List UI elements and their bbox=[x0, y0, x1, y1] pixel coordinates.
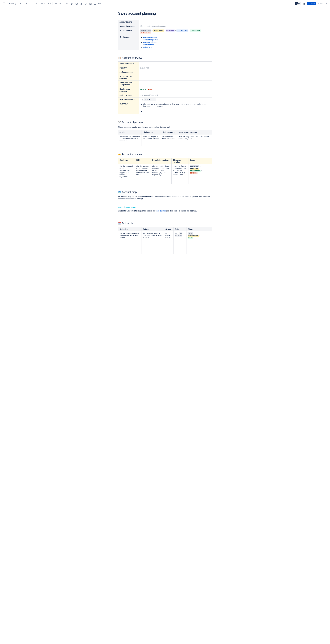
overview-row-value[interactable] bbox=[139, 81, 212, 87]
text-color-button[interactable]: A ▾ bbox=[48, 2, 51, 6]
objectives-cell[interactable]: What challenges is the account facing? bbox=[142, 134, 160, 146]
action-item-button[interactable] bbox=[65, 2, 69, 6]
page-body[interactable]: Sales account planning Account name Acco… bbox=[116, 7, 214, 267]
toc-link[interactable]: Action plan bbox=[143, 46, 152, 48]
action-cell[interactable] bbox=[187, 249, 212, 254]
meta-row-value[interactable]: PROSPECTING / NEGOTIATION / PROPOSAL / Q… bbox=[139, 28, 212, 35]
overview-row-value[interactable]: e.g., Jan 28, 2020 bbox=[139, 98, 212, 102]
overview-row-value[interactable] bbox=[139, 70, 212, 74]
solutions-cell[interactable]: List some objections your client may com… bbox=[151, 164, 172, 179]
user-avatar[interactable]: CK bbox=[295, 2, 298, 6]
emoji-button[interactable] bbox=[84, 2, 88, 6]
action-cell[interactable] bbox=[187, 240, 212, 245]
status-lozenge[interactable]: CLOSED WON bbox=[190, 30, 201, 32]
status-lozenge[interactable]: DONE bbox=[188, 237, 193, 239]
solutions-cell[interactable] bbox=[151, 179, 172, 184]
action-cell[interactable] bbox=[142, 240, 164, 245]
section-heading-objectives[interactable]: 💬 Account objectives bbox=[118, 121, 212, 124]
action-cell[interactable] bbox=[164, 249, 174, 254]
overview-row-value[interactable] bbox=[139, 74, 212, 81]
overview-row-value[interactable]: List anything to keep top of mind while … bbox=[139, 102, 212, 114]
action-cell[interactable] bbox=[164, 245, 174, 249]
meta-row-value[interactable]: @ mention the account manager bbox=[139, 24, 212, 28]
bullet-list-button[interactable] bbox=[54, 2, 58, 6]
solutions-cell[interactable]: List some follow up talking points to po… bbox=[172, 164, 188, 179]
overview-bullet[interactable]: List anything to keep top of mind while … bbox=[143, 103, 210, 107]
overview-row-value[interactable]: e.g., Annual / Quarterly bbox=[139, 93, 212, 98]
solutions-status-cell[interactable]: PRESENTED / REVIEWING / IN PROGRESS / DE… bbox=[188, 164, 212, 179]
action-cell[interactable] bbox=[164, 240, 174, 245]
action-cell[interactable]: @ Owner name bbox=[164, 231, 174, 240]
restrictions-button[interactable] bbox=[302, 2, 306, 6]
toc-link[interactable]: Account solutions bbox=[143, 41, 157, 43]
section-heading-map[interactable]: 🗺️ Account map bbox=[118, 190, 212, 194]
solutions-cell[interactable] bbox=[135, 179, 151, 184]
italic-button[interactable]: I bbox=[29, 2, 33, 6]
objectives-cell[interactable]: How will they measure success at the end… bbox=[177, 134, 212, 146]
status-lozenge[interactable]: IN PROGRESS bbox=[188, 235, 199, 237]
svg-text:3: 3 bbox=[60, 4, 60, 4]
status-lozenge[interactable]: PRESENTED bbox=[190, 166, 199, 168]
map-desc[interactable]: An account map is a visualization of the… bbox=[118, 196, 212, 200]
overview-row-value[interactable] bbox=[139, 62, 212, 66]
solutions-cell[interactable]: List the potential products or services … bbox=[118, 164, 135, 179]
publish-button[interactable]: Publish bbox=[307, 2, 316, 6]
table-button[interactable] bbox=[88, 2, 93, 6]
solutions-cell[interactable] bbox=[118, 179, 135, 184]
action-cell[interactable] bbox=[142, 249, 164, 254]
status-lozenge[interactable]: CLOSED LOST bbox=[140, 32, 151, 34]
page-title[interactable]: Sales account planning bbox=[118, 11, 212, 16]
overview-row-value[interactable]: STRONG / WEAK bbox=[139, 87, 212, 93]
status-lozenge[interactable]: TO DO bbox=[188, 232, 193, 234]
action-cell[interactable] bbox=[118, 249, 142, 254]
status-lozenge[interactable]: NEGOTIATION bbox=[153, 30, 164, 32]
bold-button[interactable]: B bbox=[25, 2, 29, 6]
more-formatting-button[interactable]: ⋯ bbox=[34, 2, 38, 6]
action-cell[interactable] bbox=[173, 249, 187, 254]
action-cell[interactable]: e.g., Present demo of product to interna… bbox=[142, 231, 164, 240]
marketplace-link[interactable]: Marketplace bbox=[156, 210, 166, 212]
action-status-cell[interactable]: TO DO / IN PROGRESS / DONE bbox=[187, 231, 212, 240]
layouts-button[interactable] bbox=[93, 2, 97, 6]
action-cell[interactable] bbox=[142, 245, 164, 249]
status-lozenge[interactable]: DECLINED bbox=[190, 172, 198, 174]
overview-row-value[interactable]: e.g., Retail bbox=[139, 66, 212, 70]
section-heading-overview[interactable]: 📋 Account overview bbox=[118, 56, 212, 60]
action-cell[interactable]: List the objectives of the account and a… bbox=[118, 231, 142, 249]
objectives-cell[interactable]: What solutions have they tried? bbox=[160, 134, 177, 146]
insert-button[interactable]: + ▾ bbox=[98, 2, 101, 6]
numbered-list-button[interactable]: 123 bbox=[58, 2, 63, 6]
align-button[interactable]: ▾ bbox=[41, 2, 45, 6]
text-style-select[interactable]: Heading 2 ▾ bbox=[8, 2, 22, 5]
close-button[interactable]: Close bbox=[317, 2, 324, 6]
toc-link[interactable]: Account map bbox=[143, 44, 154, 46]
status-lozenge[interactable]: IN PROGRESS bbox=[190, 170, 201, 172]
status-lozenge[interactable]: QUALIFICATION bbox=[176, 30, 188, 32]
status-lozenge[interactable]: PROPOSAL bbox=[166, 30, 175, 32]
objectives-desc[interactable]: These questions can be asked to your poi… bbox=[118, 126, 212, 128]
more-actions-button[interactable]: ⋯ bbox=[325, 2, 328, 5]
map-search-line[interactable]: Search for your favorite diagraming app … bbox=[118, 210, 212, 212]
action-cell[interactable] bbox=[187, 245, 212, 249]
toc-link[interactable]: Account objectives bbox=[143, 39, 158, 41]
image-button[interactable] bbox=[75, 2, 79, 6]
overview-bullet[interactable] bbox=[143, 108, 210, 110]
status-lozenge[interactable]: PROSPECTING bbox=[140, 30, 151, 32]
date-lozenge[interactable]: Jan 28, 2020 bbox=[144, 98, 156, 101]
status-lozenge[interactable]: REVIEWING bbox=[190, 168, 199, 170]
action-cell[interactable]: e.g., Jan 21, 2020 bbox=[173, 231, 187, 240]
action-cell[interactable] bbox=[173, 245, 187, 249]
solutions-cell[interactable] bbox=[172, 179, 188, 184]
embed-placeholder[interactable]: <Embed your results> bbox=[118, 206, 212, 208]
action-cell[interactable] bbox=[173, 240, 187, 245]
solutions-cell[interactable] bbox=[188, 179, 212, 184]
meta-row-value[interactable] bbox=[139, 20, 212, 24]
solutions-cell[interactable]: List the potential ROI or benefit of sug… bbox=[135, 164, 151, 179]
overview-bullet[interactable] bbox=[143, 110, 210, 113]
section-heading-solutions[interactable]: ✍️ Account solutions bbox=[118, 153, 212, 156]
toc-link[interactable]: Account overview bbox=[143, 36, 157, 38]
section-heading-action[interactable]: 🗓️ Action plan bbox=[118, 222, 212, 225]
objectives-cell[interactable]: What does the client want to achieve in … bbox=[118, 134, 142, 146]
mention-button[interactable] bbox=[79, 2, 83, 6]
link-button[interactable] bbox=[70, 2, 74, 6]
